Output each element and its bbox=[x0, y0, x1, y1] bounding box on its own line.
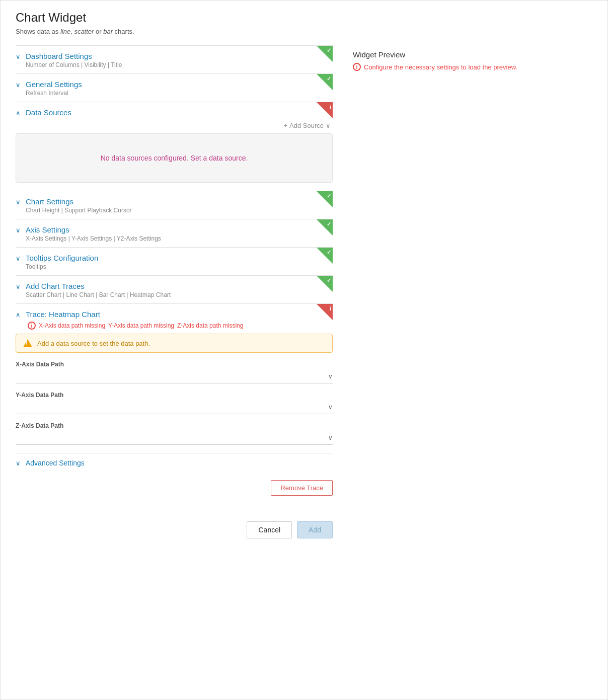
section-tooltips-badge: ✓ bbox=[317, 248, 333, 264]
advanced-settings-row[interactable]: ∨ Advanced Settings bbox=[16, 453, 333, 472]
section-general-subtitle: Refresh Interval bbox=[26, 90, 333, 97]
action-bar: Cancel Add bbox=[16, 511, 333, 538]
yaxis-path-select[interactable]: ∨ bbox=[16, 401, 333, 414]
section-dashboard-badge: ✓ bbox=[317, 46, 333, 62]
check-icon: ✓ bbox=[327, 277, 331, 284]
chevron-down-icon: ∨ bbox=[16, 283, 21, 290]
section-traces-header[interactable]: ∨ Add Chart Traces Scatter Chart | Line … bbox=[16, 276, 333, 303]
main-layout: ∨ Dashboard Settings Number of Columns |… bbox=[16, 45, 592, 538]
section-chart-badge: ✓ bbox=[317, 191, 333, 207]
section-traces-subtitle: Scatter Chart | Line Chart | Bar Chart |… bbox=[26, 291, 333, 298]
add-source-label: Add Source bbox=[289, 122, 324, 129]
check-icon: ✓ bbox=[327, 249, 331, 256]
xaxis-path-select[interactable]: ∨ bbox=[16, 370, 333, 383]
check-icon: ✓ bbox=[327, 221, 331, 227]
check-icon: ✓ bbox=[327, 193, 331, 199]
chevron-down-icon: ∨ bbox=[16, 53, 21, 60]
section-datasources-title: Data Sources bbox=[26, 108, 333, 117]
trace-errors: i X-Axis data path missing Y-Axis data p… bbox=[28, 322, 333, 330]
section-tooltips-title-block: Tooltips Configuration Tooltips bbox=[26, 254, 333, 270]
section-traces-badge: ✓ bbox=[317, 276, 333, 292]
preview-info-icon: i bbox=[353, 63, 361, 71]
section-axis-header[interactable]: ∨ Axis Settings X-Axis Settings | Y-Axis… bbox=[16, 219, 333, 247]
section-dashboard-header[interactable]: ∨ Dashboard Settings Number of Columns |… bbox=[16, 46, 333, 73]
section-chart-title: Chart Settings bbox=[26, 197, 333, 206]
check-icon: ✓ bbox=[327, 47, 331, 54]
chevron-down-icon: ∨ bbox=[328, 434, 333, 441]
preview-message-text: Configure the necessary settings to load… bbox=[364, 63, 517, 71]
trace-heatmap-badge: i bbox=[317, 304, 333, 320]
no-data-message: No data sources configured. Set a data s… bbox=[101, 154, 248, 162]
section-axis-badge: ✓ bbox=[317, 219, 333, 236]
error-info-icon: i bbox=[28, 322, 36, 330]
cancel-button[interactable]: Cancel bbox=[247, 521, 292, 538]
trace-warning-message: Add a data source to set the data path. bbox=[37, 340, 150, 347]
warning-triangle-icon bbox=[23, 339, 32, 347]
chevron-down-icon: ∨ bbox=[16, 459, 21, 467]
chevron-down-icon: ∨ bbox=[16, 198, 21, 206]
right-panel: Widget Preview i Configure the necessary… bbox=[353, 45, 592, 538]
page-subtitle: Shows data as line, scatter or bar chart… bbox=[16, 28, 592, 35]
widget-preview-message: i Configure the necessary settings to lo… bbox=[353, 63, 592, 71]
chevron-down-icon: ∨ bbox=[16, 226, 21, 234]
trace-heatmap-header[interactable]: ∧ Trace: Heatmap Chart i bbox=[16, 304, 333, 322]
section-axis-title-block: Axis Settings X-Axis Settings | Y-Axis S… bbox=[26, 225, 333, 242]
yaxis-path-label: Y-Axis Data Path bbox=[16, 392, 333, 399]
trace-error-xaxis: X-Axis data path missing bbox=[39, 322, 105, 329]
add-source-button[interactable]: + Add Source ∨ bbox=[283, 122, 331, 129]
xaxis-path-label: X-Axis Data Path bbox=[16, 361, 333, 368]
section-datasources-header[interactable]: ∧ Data Sources i bbox=[16, 102, 333, 122]
yaxis-path-group: Y-Axis Data Path ∨ bbox=[16, 392, 333, 414]
remove-trace-row: Remove Trace bbox=[16, 480, 333, 496]
left-panel: ∨ Dashboard Settings Number of Columns |… bbox=[16, 45, 333, 538]
chevron-up-icon: ∧ bbox=[16, 109, 21, 117]
section-general-title-block: General Settings Refresh Interval bbox=[26, 80, 333, 97]
section-general-header[interactable]: ∨ General Settings Refresh Interval ✓ bbox=[16, 74, 333, 102]
section-dashboard-subtitle: Number of Columns | Visibility | Title bbox=[26, 61, 333, 68]
section-chart: ∨ Chart Settings Chart Height | Support … bbox=[16, 191, 333, 219]
zaxis-path-select[interactable]: ∨ bbox=[16, 431, 333, 445]
chevron-down-icon: ∨ bbox=[326, 122, 331, 129]
section-chart-header[interactable]: ∨ Chart Settings Chart Height | Support … bbox=[16, 191, 333, 219]
section-general: ∨ General Settings Refresh Interval ✓ bbox=[16, 73, 333, 102]
section-tooltips-title: Tooltips Configuration bbox=[26, 254, 333, 262]
check-icon: ✓ bbox=[327, 75, 331, 82]
section-tooltips-header[interactable]: ∨ Tooltips Configuration Tooltips ✓ bbox=[16, 248, 333, 275]
trace-heatmap-title-block: Trace: Heatmap Chart bbox=[26, 310, 333, 319]
section-traces-title: Add Chart Traces bbox=[26, 282, 333, 290]
add-button[interactable]: Add bbox=[297, 521, 333, 538]
section-dashboard-title: Dashboard Settings bbox=[26, 52, 333, 60]
section-trace-heatmap: ∧ Trace: Heatmap Chart i i X-Axis data p… bbox=[16, 303, 333, 496]
no-data-box: No data sources configured. Set a data s… bbox=[16, 133, 333, 183]
chevron-down-icon: ∨ bbox=[328, 373, 333, 380]
trace-error-zaxis: Z-Axis data path missing bbox=[177, 322, 243, 329]
section-traces-title-block: Add Chart Traces Scatter Chart | Line Ch… bbox=[26, 282, 333, 298]
chevron-down-icon: ∨ bbox=[328, 404, 333, 411]
plus-icon: + bbox=[283, 122, 287, 129]
section-chart-subtitle: Chart Height | Support Playback Cursor bbox=[26, 207, 333, 214]
remove-trace-button[interactable]: Remove Trace bbox=[271, 480, 333, 496]
section-tooltips: ∨ Tooltips Configuration Tooltips ✓ bbox=[16, 247, 333, 275]
section-chart-title-block: Chart Settings Chart Height | Support Pl… bbox=[26, 197, 333, 214]
page-title: Chart Widget bbox=[16, 11, 592, 25]
section-axis-title: Axis Settings bbox=[26, 225, 333, 234]
chevron-up-icon: ∧ bbox=[16, 311, 21, 319]
section-datasources: ∧ Data Sources i + Add Source ∨ bbox=[16, 102, 333, 183]
trace-heatmap-title: Trace: Heatmap Chart bbox=[26, 310, 333, 319]
section-general-badge: ✓ bbox=[317, 74, 333, 90]
xaxis-path-group: X-Axis Data Path ∨ bbox=[16, 361, 333, 383]
advanced-settings-label: Advanced Settings bbox=[26, 459, 85, 467]
section-axis-subtitle: X-Axis Settings | Y-Axis Settings | Y2-A… bbox=[26, 235, 333, 242]
section-traces: ∨ Add Chart Traces Scatter Chart | Line … bbox=[16, 275, 333, 303]
info-icon: i bbox=[330, 305, 331, 312]
trace-warning-box: Add a data source to set the data path. bbox=[16, 334, 333, 353]
section-dashboard-title-block: Dashboard Settings Number of Columns | V… bbox=[26, 52, 333, 68]
section-datasources-title-block: Data Sources bbox=[26, 108, 333, 117]
add-source-row: + Add Source ∨ bbox=[16, 122, 333, 129]
trace-error-yaxis: Y-Axis data path missing bbox=[108, 322, 174, 329]
chevron-down-icon: ∨ bbox=[16, 81, 21, 89]
widget-preview-title: Widget Preview bbox=[353, 50, 592, 59]
chevron-down-icon: ∨ bbox=[16, 255, 21, 262]
section-dashboard: ∨ Dashboard Settings Number of Columns |… bbox=[16, 45, 333, 73]
page-wrapper: Chart Widget Shows data as line, scatter… bbox=[0, 0, 608, 700]
